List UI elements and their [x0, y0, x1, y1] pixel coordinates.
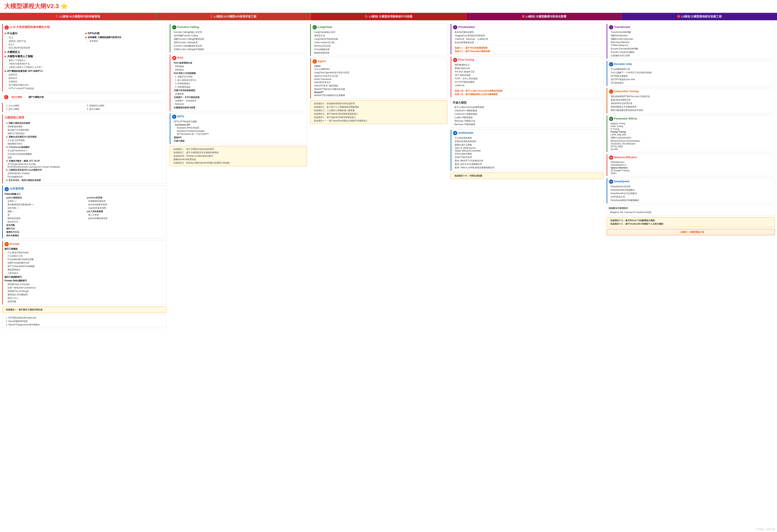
- mem-1: FlashAttention: [609, 161, 773, 163]
- instr-header: IT Instruction Tuning: [609, 90, 773, 94]
- gpts-section: G GPTs GPTs·GPT的使用与调整 Assistants API Ass…: [170, 113, 307, 144]
- os-4: LLaMa-78模型微调: [453, 116, 601, 119]
- peft-3: P-Tuning: [609, 128, 773, 130]
- col-l2: F Function Calling Function Calling的核心生官…: [169, 23, 308, 331]
- agent-2: LangChain Agents的设计理念与原理: [313, 71, 446, 75]
- priv-icon: P: [453, 25, 457, 29]
- priv-divider: [453, 45, 601, 45]
- ft-3: Pre-train 基础的分层: [453, 70, 601, 74]
- l3-p2: 实战项目七：多个客户人工智能体协作构建系统: [312, 105, 446, 109]
- future-challenge: 未来挑战: [89, 39, 164, 43]
- rag-title: RAG: [177, 56, 184, 59]
- instr-5: 模型与数据集的更有效的技术层面: [609, 109, 773, 112]
- ds-4: ZeRO改进介绍: [609, 195, 773, 198]
- project1-label: 实战项目一：基于提示工程的代码生成: [4, 308, 164, 311]
- title-star: ⭐: [61, 3, 68, 9]
- mm-header: M multimodal: [453, 131, 601, 135]
- metagpt: MetaGPT: [313, 91, 446, 94]
- llm-section: L LLM 大语言模型的基本概念介绍 什么是AI 定义 传统AI, AI和产品: [2, 24, 166, 92]
- pip-section: pip工具快速掌握: [85, 210, 164, 213]
- peft-1: Adaptor Tuning: [609, 122, 773, 125]
- rag-12: 在检索中：rerank排序: [172, 99, 305, 103]
- instr-4: 预训练数据之专业数据类别: [609, 105, 773, 109]
- mem-5: ZeRO: [609, 172, 773, 175]
- rag-9: 关键子应用的密集模型: [172, 89, 305, 92]
- d4: 4. 盘古大模型: [85, 108, 164, 111]
- py-class: 类: [5, 213, 84, 217]
- final-note-section: → L6级别：大模型落地工程: [606, 229, 775, 235]
- os-1: 基于LLaMa-Factory的模型微调: [453, 106, 601, 109]
- gpts-heading: GPTs介绍: [85, 32, 164, 35]
- rag-14: 向量模型的推理与部署: [172, 106, 305, 109]
- future-dot: [85, 37, 87, 38]
- agent-1: 为什么需要RAG: [313, 68, 446, 71]
- agent-5: Agent的未来走向: [313, 81, 446, 84]
- mm-5: Stable Diffusion/ControlNet: [453, 149, 601, 152]
- l3-projects-section: 实战项目六：多智能体协同的代码生成应用 实战项目七：多个客户人工智能体协作构建系…: [310, 100, 447, 124]
- agent-section: A Agent CRAG 为什么需要RAG LangChain Agents的设…: [310, 58, 447, 99]
- level-3-header: 🔴 L3级别:大模型应用架构设计与实践: [311, 13, 466, 20]
- peft-5: LoRA, AdaLoRA: [609, 133, 773, 136]
- transformer-title: Transformer: [614, 25, 631, 29]
- llm-title: LLM 大语言模型的基本概念介绍: [10, 25, 50, 29]
- gpts-title: GPTs: [177, 115, 184, 118]
- rag-13: RAG总结: [172, 103, 305, 106]
- llm-core-1: 1. 理解大模型成功的秘密: [5, 121, 164, 125]
- langchain-title: LangChain: [318, 25, 332, 29]
- os-3: ChatGLM-3 48模型微调: [453, 112, 601, 116]
- ft-icon: FT: [453, 58, 457, 62]
- gpt-dev-branch: 发展时间 模型迭代 支撑板块 GPT模型VS横向对比 GPT4-Turbo(GP…: [7, 73, 84, 90]
- d2: 2. 星火大模型: [5, 108, 84, 111]
- lc-6: Prompt模板封装: [313, 48, 446, 51]
- langchain-section: LC LangChain LangChain的核心组件 模型型介绍 LangCh…: [310, 24, 447, 56]
- instr-title: Instruction Tuning: [614, 90, 639, 93]
- fc-1: Function Calling的核心生官理: [172, 30, 305, 34]
- prompt-eng-heading: 提示工程基础: [5, 247, 164, 250]
- prompt-header: P Prompt: [5, 242, 164, 246]
- prompt-section: P Prompt 提示工程基础 什么是提示词(prompt) 什么是提示工程 P…: [2, 241, 166, 305]
- other-tech-title: 其他算法中使用技术: [608, 207, 773, 210]
- l3-p4: 实战项目九：基于Agent打造AI销售型器机器人: [312, 112, 446, 116]
- rag-11: 在检索中：文字分割的技案: [172, 96, 305, 99]
- mm-8: 案例: MiniGPT-4与多模态问答: [453, 159, 601, 162]
- l5-p2: 实战项目十八：基于ChatGLM3-6B模型个人分身大模型: [608, 222, 773, 226]
- tr-1: Transformer结构理解: [609, 30, 773, 34]
- l2-p5: 实战项目五：私有化LLM的OpenAI API接口的通用工程实践: [172, 161, 305, 165]
- pip-dep: python依赖快速安装: [85, 217, 164, 220]
- general-ai-heading: 大模型与通用人工智能: [5, 54, 84, 58]
- llm-core-4-2: RLHF(Reinforcement Learning from Human F…: [5, 165, 164, 168]
- rag-1: RAG-检索增强生成: [172, 61, 305, 65]
- llm-core-header: 大模型核心原理: [5, 116, 164, 120]
- rag-2: RAG基础: [172, 65, 305, 68]
- llm-core-5-1: 应用实例代码: ChatGpt: [5, 172, 164, 175]
- py-basics: python基础语法: [5, 196, 84, 200]
- peft-title: Parameter-Efficie: [614, 117, 637, 120]
- ft-7: LoRA介绍: [453, 84, 601, 87]
- llm-core-3-3: 创造: [5, 156, 164, 159]
- pycharm-install: pycharm的安装: [85, 196, 164, 200]
- tool-3: 3. OpenAI Playground方便学测调试: [4, 323, 164, 326]
- mem-title: Memory-Efficient: [614, 156, 637, 159]
- priv-title: Privatization: [458, 25, 475, 29]
- llm-core-1-1: 训练数据的规律: [5, 125, 164, 128]
- mm-title: multimodal: [458, 131, 473, 134]
- lc-4: Chain models与LLMs: [313, 41, 446, 44]
- tool-2: 2. OpenAI最新API使用: [4, 319, 164, 323]
- gpts-section-header: G GPTs: [172, 115, 305, 119]
- prompt-adv-heading: 提示工程进阶技巧: [5, 276, 164, 279]
- gpts-assist-api: Assistants API: [172, 123, 305, 126]
- general-ai-products: 大模型与通用AI的产品: [9, 62, 84, 65]
- rag-10: 向量检索: [172, 92, 305, 96]
- tr-4: Multi head Attention: [609, 41, 773, 44]
- col-l3: LC LangChain LangChain的核心组件 模型型介绍 LangCh…: [309, 23, 449, 331]
- title-text: 大模型课程大纲V2.3: [4, 3, 59, 9]
- python-heading: Python快速入门: [5, 192, 164, 195]
- page-title: 大模型课程大纲V2.3 ⭐: [4, 2, 68, 10]
- final-note-text: → L6级别：大模型落地工程: [677, 231, 704, 233]
- python-cols: python基础语法 运算符 ☆ 基本数据类型与数据结构 ☆ 语言控制 ☆ 函数…: [5, 196, 164, 237]
- py-oop: 面向对象概念: [5, 234, 84, 237]
- py-loop: 循环方法: [5, 227, 84, 231]
- d1: 1. 文心大模型: [5, 104, 84, 108]
- python-label: Python快速入门: [5, 192, 20, 195]
- domestic-models-section: 1. 文心大模型 2. 星火大模型 3. 智谱清言大模型 4. 盘古大模型: [2, 103, 166, 112]
